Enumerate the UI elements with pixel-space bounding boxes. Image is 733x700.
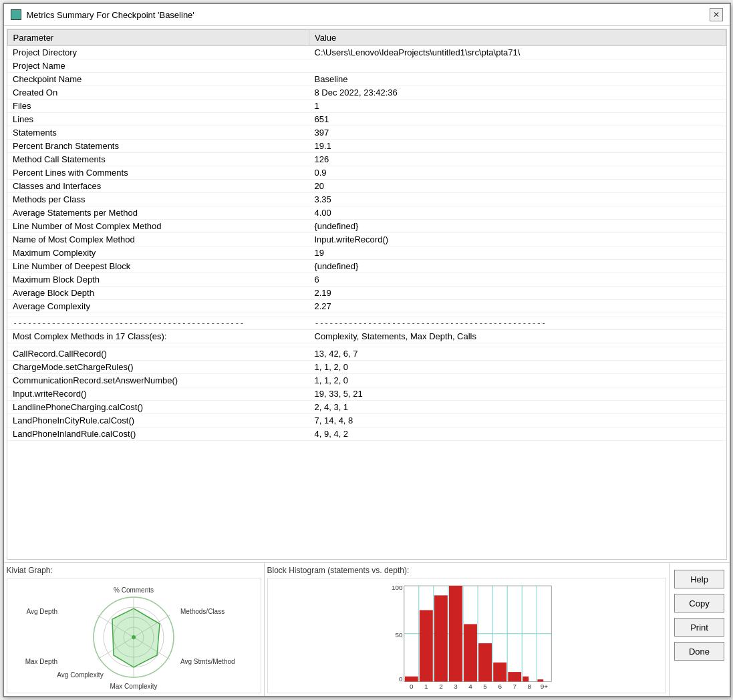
data-table-area[interactable]: Parameter Value Project DirectoryC:\User… xyxy=(7,29,727,560)
title-bar: Metrics Summary For Checkpoint 'Baseline… xyxy=(4,4,730,26)
param-cell: Checkpoint Name xyxy=(7,73,309,86)
y-label-100: 100 xyxy=(391,584,402,591)
col-header-param: Parameter xyxy=(7,30,309,46)
value-cell: {undefined} xyxy=(309,260,726,273)
value-cell: 6 xyxy=(309,273,726,287)
bottom-section: Kiviat Graph: xyxy=(4,562,730,696)
metrics-icon xyxy=(11,9,21,20)
method-row: CommunicationRecord.setAnswerNumbe()1, 1… xyxy=(7,374,726,387)
table-row: Classes and Interfaces20 xyxy=(7,180,726,193)
method-name-cell: ChargeMode.setChargeRules() xyxy=(7,361,309,374)
table-row: Maximum Block Depth6 xyxy=(7,273,726,287)
param-cell: Maximum Complexity xyxy=(7,246,309,260)
main-content: Parameter Value Project DirectoryC:\User… xyxy=(4,26,730,696)
method-row: CallRecord.CallRecord()13, 42, 6, 7 xyxy=(7,347,726,361)
copy-button[interactable]: Copy xyxy=(674,594,724,612)
table-row: Project Name xyxy=(7,59,726,73)
value-cell: C:\Users\Lenovo\IdeaProjects\untitled1\s… xyxy=(309,46,726,59)
value-cell: 397 xyxy=(309,126,726,140)
method-name-cell: CommunicationRecord.setAnswerNumbe() xyxy=(7,374,309,387)
table-row: Name of Most Complex MethodInput.writeRe… xyxy=(7,233,726,246)
label-methods-class: Methods/Class xyxy=(180,608,225,615)
table-row: Statements397 xyxy=(7,126,726,140)
value-cell: 19.1 xyxy=(309,140,726,153)
value-cell: 19 xyxy=(309,246,726,260)
method-name-cell: LandlinePhoneCharging.calCost() xyxy=(7,401,309,414)
bar-2 xyxy=(434,595,447,681)
method-row: LandlinePhoneCharging.calCost()2, 4, 3, … xyxy=(7,401,726,414)
method-value-cell: 1, 1, 2, 0 xyxy=(309,361,726,374)
kiviat-graph: % Comments Methods/Class Avg Stmts/Metho… xyxy=(7,578,261,693)
main-window: Metrics Summary For Checkpoint 'Baseline… xyxy=(3,3,731,697)
method-value-cell: 1, 1, 2, 0 xyxy=(309,374,726,387)
kiviat-panel: Kiviat Graph: xyxy=(4,563,265,696)
x-label-8: 8 xyxy=(527,683,531,690)
param-cell: Line Number of Deepest Block xyxy=(7,260,309,273)
section-label-right: Complexity, Statements, Max Depth, Calls xyxy=(309,330,726,343)
col-header-value: Value xyxy=(309,30,726,46)
param-cell: Method Call Statements xyxy=(7,153,309,166)
value-cell xyxy=(309,59,726,73)
histogram-graph: 100 50 0 xyxy=(267,578,666,693)
help-button[interactable]: Help xyxy=(674,570,724,588)
table-row: Average Complexity2.27 xyxy=(7,300,726,313)
value-cell: 2.27 xyxy=(309,300,726,313)
separator-right: ----------------------------------------… xyxy=(309,317,726,330)
param-cell: Percent Lines with Comments xyxy=(7,166,309,180)
table-row: Methods per Class3.35 xyxy=(7,193,726,206)
section-header-row: Most Complex Methods in 17 Class(es):Com… xyxy=(7,330,726,343)
table-row: Project DirectoryC:\Users\Lenovo\IdeaPro… xyxy=(7,46,726,59)
bar-6 xyxy=(493,663,506,682)
param-cell: Average Statements per Method xyxy=(7,206,309,220)
method-name-cell: LandPhoneInlandRule.calCost() xyxy=(7,427,309,441)
method-row: Input.writeRecord()19, 33, 5, 21 xyxy=(7,387,726,401)
svg-marker-11 xyxy=(112,608,160,667)
method-row: LandPhoneInlandRule.calCost()4, 9, 4, 2 xyxy=(7,427,726,441)
table-row: Checkpoint NameBaseline xyxy=(7,73,726,86)
label-max-depth: Max Depth xyxy=(25,658,57,665)
window-title: Metrics Summary For Checkpoint 'Baseline… xyxy=(27,10,194,20)
print-button[interactable]: Print xyxy=(674,618,724,637)
histogram-svg: 100 50 0 xyxy=(268,578,666,693)
value-cell: 3.35 xyxy=(309,193,726,206)
bar-1 xyxy=(419,610,432,681)
kiviat-svg: % Comments Methods/Class Avg Stmts/Metho… xyxy=(20,580,247,691)
table-row: Created On8 Dec 2022, 23:42:36 xyxy=(7,86,726,100)
method-value-cell: 2, 4, 3, 1 xyxy=(309,401,726,414)
value-cell: {undefined} xyxy=(309,220,726,233)
param-cell: Average Complexity xyxy=(7,300,309,313)
table-row: Lines651 xyxy=(7,113,726,126)
bar-9 xyxy=(537,679,543,681)
right-buttons-panel: Help Copy Print Done xyxy=(670,563,730,696)
value-cell: 2.19 xyxy=(309,287,726,300)
bar-4 xyxy=(464,624,477,681)
param-cell: Percent Branch Statements xyxy=(7,140,309,153)
svg-point-12 xyxy=(132,635,136,639)
left-panel: Parameter Value Project DirectoryC:\User… xyxy=(4,26,730,696)
method-name-cell: Input.writeRecord() xyxy=(7,387,309,401)
close-button[interactable]: ✕ xyxy=(710,8,723,21)
section-label-left: Most Complex Methods in 17 Class(es): xyxy=(7,330,309,343)
method-row: ChargeMode.setChargeRules()1, 1, 2, 0 xyxy=(7,361,726,374)
bar-8 xyxy=(523,677,529,682)
metrics-table: Parameter Value Project DirectoryC:\User… xyxy=(7,29,726,441)
label-avg-depth: Avg Depth xyxy=(26,608,57,615)
bar-5 xyxy=(478,643,492,681)
value-cell: 4.00 xyxy=(309,206,726,220)
value-cell: 1 xyxy=(309,100,726,113)
table-row: Percent Lines with Comments0.9 xyxy=(7,166,726,180)
table-row: Line Number of Deepest Block{undefined} xyxy=(7,260,726,273)
value-cell: 651 xyxy=(309,113,726,126)
x-label-9: 9+ xyxy=(540,683,548,690)
x-label-7: 7 xyxy=(512,683,517,690)
value-cell: 8 Dec 2022, 23:42:36 xyxy=(309,86,726,100)
method-value-cell: 19, 33, 5, 21 xyxy=(309,387,726,401)
done-button[interactable]: Done xyxy=(674,642,724,661)
x-label-1: 1 xyxy=(424,683,428,690)
table-row: Average Statements per Method4.00 xyxy=(7,206,726,220)
method-value-cell: 4, 9, 4, 2 xyxy=(309,427,726,441)
separator-row: ----------------------------------------… xyxy=(7,317,726,330)
x-label-2: 2 xyxy=(439,683,443,690)
x-label-3: 3 xyxy=(454,683,458,690)
param-cell: Created On xyxy=(7,86,309,100)
